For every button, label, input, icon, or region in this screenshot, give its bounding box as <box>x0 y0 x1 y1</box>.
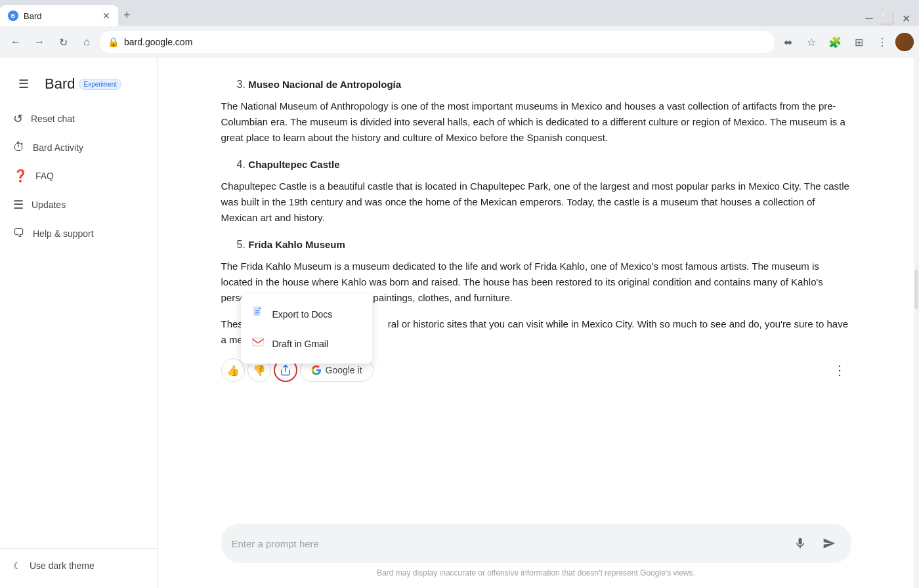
section-4-header: 4. Chapultepec Castle <box>221 151 851 173</box>
section-3-header: 3. Museo Nacional de Antropología <box>221 71 851 93</box>
sidebar: ☰ Bard Experiment ↺ Reset chat ⏱ Bard Ac… <box>0 58 158 588</box>
sidebar-item-reset-chat[interactable]: ↺ Reset chat <box>5 105 152 133</box>
response-actions: 👍 👎 <box>221 353 851 387</box>
tab-close-button[interactable]: ✕ <box>102 10 110 21</box>
draft-gmail-item[interactable]: Draft in Gmail <box>241 329 372 358</box>
sidebar-item-label: Updates <box>32 200 66 210</box>
reload-button[interactable]: ↻ <box>53 32 74 52</box>
bard-logo: Bard Experiment <box>45 75 121 93</box>
app-content: ☰ Bard Experiment ↺ Reset chat ⏱ Bard Ac… <box>0 58 919 588</box>
send-button[interactable] <box>817 532 841 555</box>
section-5-title: Frida Kahlo Museum <box>248 239 345 250</box>
split-view-icon[interactable]: ⊞ <box>848 32 869 52</box>
tab-favicon: B <box>8 10 18 21</box>
section-4-number: 4. <box>237 159 249 170</box>
url-text: bard.google.com <box>124 37 767 47</box>
close-window-button[interactable]: ✕ <box>898 10 914 26</box>
tab-bar: B Bard ✕ + ─ ⬜ ✕ <box>0 0 919 26</box>
scrollbar-thumb[interactable] <box>914 270 918 309</box>
sidebar-item-label: Reset chat <box>31 114 75 124</box>
google-g-icon <box>311 365 322 375</box>
sidebar-item-dark-theme[interactable]: ☾ Use dark theme <box>5 554 152 578</box>
minimize-button[interactable]: ─ <box>861 10 877 26</box>
section-4-paragraph: Chapultepec Castle is a beautiful castle… <box>221 173 851 231</box>
sidebar-item-bard-activity[interactable]: ⏱ Bard Activity <box>5 134 152 161</box>
microphone-button[interactable] <box>788 532 812 555</box>
reset-chat-icon: ↺ <box>13 112 23 126</box>
chat-area[interactable]: 3. Museo Nacional de Antropología The Na… <box>158 58 914 513</box>
export-dropdown: Export to Docs Draft <box>241 294 372 364</box>
sidebar-bottom-item-label: Use dark theme <box>30 560 95 571</box>
help-icon: 🗨 <box>13 226 25 240</box>
sidebar-nav: ↺ Reset chat ⏱ Bard Activity ❓ FAQ ☰ Upd… <box>0 105 158 548</box>
tab-title: Bard <box>24 11 97 21</box>
main-content: 3. Museo Nacional de Antropología The Na… <box>158 58 914 588</box>
disclaimer-text: Bard may display inaccurate or offensive… <box>221 563 851 578</box>
back-button[interactable]: ← <box>5 32 26 52</box>
sidebar-item-updates[interactable]: ☰ Updates <box>5 191 152 219</box>
docs-icon <box>251 306 265 322</box>
gmail-icon <box>251 335 265 352</box>
home-button[interactable]: ⌂ <box>76 32 97 52</box>
scrollbar-area[interactable] <box>914 58 919 588</box>
experiment-badge: Experiment <box>79 79 121 90</box>
active-tab[interactable]: B Bard ✕ <box>0 5 118 26</box>
input-area: Bard may display inaccurate or offensive… <box>158 513 914 588</box>
bard-activity-icon: ⏱ <box>13 140 25 154</box>
address-bar[interactable]: 🔒 bard.google.com <box>100 31 775 53</box>
profile-avatar[interactable] <box>895 33 914 51</box>
more-icon: ⋮ <box>833 362 846 378</box>
new-tab-button[interactable]: + <box>118 5 136 26</box>
maximize-button[interactable]: ⬜ <box>880 10 895 26</box>
section-3-title: Museo Nacional de Antropología <box>248 79 401 90</box>
browser-toolbar: ← → ↻ ⌂ 🔒 bard.google.com ⬌ ☆ 🧩 ⊞ ⋮ <box>0 26 919 58</box>
sidebar-header: ☰ Bard Experiment <box>0 63 158 105</box>
section-5-number: 5. <box>237 239 249 250</box>
faq-icon: ❓ <box>13 169 28 183</box>
input-container: Bard may display inaccurate or offensive… <box>221 524 851 578</box>
section-4-title: Chapultepec Castle <box>248 159 339 170</box>
export-docs-label: Export to Docs <box>272 309 333 320</box>
bard-logo-text: Bard <box>45 75 75 93</box>
sidebar-item-label: Bard Activity <box>33 142 83 153</box>
more-tools-icon[interactable]: ⋮ <box>872 32 893 52</box>
toolbar-right: ⬌ ☆ 🧩 ⊞ ⋮ <box>777 32 914 52</box>
export-to-docs-item[interactable]: Export to Docs <box>241 299 372 329</box>
sidebar-item-label: Help & support <box>33 228 94 239</box>
google-it-label: Google it <box>326 365 362 375</box>
chat-content: 3. Museo Nacional de Antropología The Na… <box>221 71 851 387</box>
sidebar-bottom: ☾ Use dark theme <box>0 548 158 583</box>
prompt-input-wrapper[interactable] <box>221 524 851 563</box>
more-options-button[interactable]: ⋮ <box>828 358 851 382</box>
extensions-icon[interactable]: 🧩 <box>824 32 845 52</box>
forward-button[interactable]: → <box>29 32 50 52</box>
security-icon: 🔒 <box>108 37 119 47</box>
svg-rect-5 <box>252 338 263 346</box>
dark-theme-icon: ☾ <box>13 560 22 571</box>
sidebar-item-faq[interactable]: ❓ FAQ <box>5 162 152 190</box>
section-3-number: 3. <box>237 79 249 90</box>
sidebar-item-label: FAQ <box>35 171 54 181</box>
browser-frame: B Bard ✕ + ─ ⬜ ✕ ← → ↻ ⌂ 🔒 bard.google.c… <box>0 0 919 58</box>
window-controls: ─ ⬜ ✕ <box>861 10 919 26</box>
sidebar-item-help-support[interactable]: 🗨 Help & support <box>5 220 152 247</box>
prompt-input[interactable] <box>232 538 783 549</box>
section-3-paragraph: The National Museum of Anthropology is o… <box>221 93 851 151</box>
section-5-header: 5. Frida Kahlo Museum <box>221 231 851 253</box>
share-toolbar-icon[interactable]: ⬌ <box>777 32 798 52</box>
updates-icon: ☰ <box>13 198 24 212</box>
draft-gmail-label: Draft in Gmail <box>272 339 329 349</box>
hamburger-button[interactable]: ☰ <box>11 71 37 97</box>
bookmark-icon[interactable]: ☆ <box>801 32 822 52</box>
thumbs-up-button[interactable]: 👍 <box>221 358 245 382</box>
